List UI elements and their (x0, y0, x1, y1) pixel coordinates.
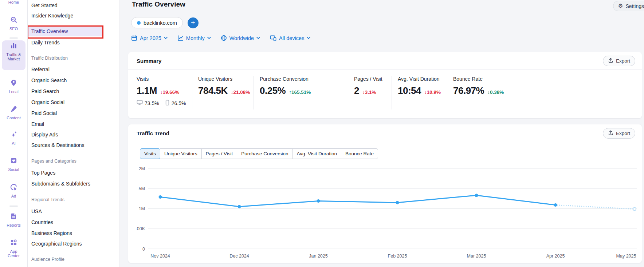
summary-export-button[interactable]: Export (603, 56, 635, 66)
rail-item-label: Reports (7, 223, 21, 227)
icon-rail: HomeSEOTraffic & MarketLocalContentAISoc… (0, 0, 28, 267)
summary-metrics: Visits1.1M↓19.66%73.5%26.5%Unique Visito… (128, 70, 642, 109)
traffic-trend-card: Traffic Trend Export VisitsUnique Visito… (128, 124, 642, 263)
y-axis-tick: 1M (139, 206, 145, 211)
rail-item-home[interactable]: Home (0, 0, 27, 4)
seo-icon (10, 16, 17, 25)
ai-icon (10, 131, 17, 140)
rail-item-reports[interactable]: Reports (0, 212, 27, 227)
domain-label: backlinko.com (144, 20, 177, 26)
chevron-down-icon (307, 37, 310, 39)
visits-line-chart: 2M1.5M1M500K0Nov 2024Dec 2024Jan 2025Feb… (137, 161, 639, 262)
sidebar-menu: Get StartedInsider KnowledgeTraffic Over… (27, 0, 120, 267)
calendar-icon (131, 35, 137, 41)
sidebar-item-countries[interactable]: Countries (27, 218, 119, 227)
x-axis-label: May 2025 (616, 254, 636, 259)
sidebar-item-business-regions[interactable]: Business Regions (27, 228, 119, 238)
trend-tab-visits[interactable]: Visits (140, 148, 160, 159)
sidebar-item-insider-knowledge[interactable]: Insider Knowledge (27, 11, 119, 21)
sidebar-item-geographical-regions[interactable]: Geographical Regions (27, 239, 119, 249)
rail-item-seo[interactable]: SEO (0, 16, 27, 31)
x-axis-label: Dec 2024 (229, 254, 249, 259)
sidebar-item-organic-search[interactable]: Organic Search (27, 76, 119, 85)
domain-row: backlinko.com + (131, 17, 199, 28)
metric-value: 2 (354, 85, 359, 96)
reports-icon (10, 212, 17, 222)
app-center-icon (10, 239, 17, 248)
sidebar-item-paid-search[interactable]: Paid Search (27, 87, 119, 96)
y-axis-tick: 0 (142, 247, 145, 252)
rail-item-traffic-market[interactable]: Traffic & Market (0, 42, 27, 61)
trend-tab-bounce-rate[interactable]: Bounce Rate (341, 148, 378, 159)
sidebar-item-referral[interactable]: Referral (27, 65, 119, 75)
sidebar-item-display-ads[interactable]: Display Ads (27, 130, 119, 140)
rail-item-local[interactable]: Local (0, 79, 27, 94)
data-point-apr-2025[interactable] (554, 203, 557, 207)
data-point-mar-2025[interactable] (475, 194, 478, 197)
sidebar-item-usa[interactable]: USA (27, 207, 119, 216)
metric-purchase-conversion: Purchase Conversion0.25%↑165.51% (254, 76, 348, 109)
trend-tab-avg-visit-duration[interactable]: Avg. Visit Duration (292, 148, 341, 159)
sidebar-section-regional-trends: Regional Trends (27, 195, 119, 205)
chevron-down-icon (164, 37, 168, 39)
mobile-icon (165, 100, 170, 107)
rail-item-content[interactable]: Content (0, 105, 27, 120)
rail-item-ai[interactable]: AI (0, 131, 27, 146)
sidebar-item-subdomains-subfolders[interactable]: Subdomains & Subfolders (27, 179, 119, 189)
rail-item-app-center[interactable]: App Center (0, 239, 27, 258)
sidebar-item-sources-destinations[interactable]: Sources & Destinations (27, 140, 119, 150)
sidebar-section-pages-and-categories: Pages and Categories (27, 156, 119, 166)
filter-monthly[interactable]: Monthly (177, 35, 211, 41)
trend-tab-unique-visitors[interactable]: Unique Visitors (160, 148, 202, 159)
page-title: Traffic Overview (132, 0, 185, 8)
data-point-jan-2025[interactable] (317, 199, 320, 203)
rail-item-label: AI (12, 141, 15, 146)
x-axis-label: Nov 2024 (150, 254, 170, 259)
rail-item-label: Ad (11, 194, 16, 198)
traffic-market-icon (10, 42, 17, 51)
data-point-nov-2024[interactable] (159, 195, 162, 199)
domain-chip[interactable]: backlinko.com (131, 17, 183, 28)
sidebar-item-organic-social[interactable]: Organic Social (27, 97, 119, 107)
rail-item-label: Content (7, 116, 21, 120)
chevron-down-icon (256, 37, 260, 39)
trend-metric-tabs: VisitsUnique VisitorsPages / VisitPurcha… (140, 148, 378, 159)
add-domain-button[interactable]: + (188, 17, 199, 28)
main-content: Traffic Overview ⚙ Settings backlinko.co… (119, 0, 644, 267)
data-point-feb-2025[interactable] (396, 201, 399, 204)
sidebar-section-audience-profile: Audience Profile (27, 255, 119, 264)
traffic-trend-chart[interactable]: 2M1.5M1M500K0Nov 2024Dec 2024Jan 2025Feb… (137, 161, 639, 262)
sidebar-item-get-started[interactable]: Get Started (27, 1, 119, 11)
settings-button[interactable]: ⚙ Settings (613, 1, 644, 11)
trend-tab-purchase-conversion[interactable]: Purchase Conversion (237, 148, 292, 159)
sidebar-item-daily-trends[interactable]: Daily Trends (27, 38, 119, 48)
trend-tab-pages-visit[interactable]: Pages / Visit (201, 148, 237, 159)
visits-line (160, 195, 555, 207)
rail-item-ad[interactable]: Ad (0, 183, 27, 198)
rail-item-label: Traffic & Market (6, 52, 21, 61)
sidebar-item-top-pages[interactable]: Top Pages (27, 168, 119, 178)
rail-item-label: App Center (8, 249, 20, 258)
filter-apr-2025[interactable]: Apr 2025 (131, 35, 168, 41)
rail-divider (9, 37, 18, 39)
rail-item-social[interactable]: Social (0, 157, 27, 172)
sidebar-item-paid-social[interactable]: Paid Social (27, 108, 119, 118)
trend-icon (177, 35, 184, 41)
metric-value: 10:54 (398, 85, 421, 96)
gear-icon: ⚙ (618, 3, 623, 9)
sidebar-item-email[interactable]: Email (27, 119, 119, 129)
visits-forecast-line (555, 205, 635, 209)
rail-item-label: SEO (9, 27, 18, 31)
ad-icon (10, 183, 17, 192)
filter-all-devices[interactable]: All devices (270, 35, 310, 41)
local-icon (10, 79, 17, 88)
trend-export-button[interactable]: Export (603, 128, 635, 139)
rail-item-label: Home (8, 0, 19, 4)
rail-divider (9, 206, 18, 207)
data-point-dec-2024[interactable] (238, 205, 241, 208)
filter-worldwide[interactable]: Worldwide (221, 35, 260, 41)
metric-value: 784.5K (198, 85, 228, 96)
sidebar-item-traffic-overview[interactable]: Traffic Overview (27, 27, 103, 36)
summary-title: Summary (137, 58, 161, 64)
forecast-data-point[interactable] (633, 208, 636, 211)
